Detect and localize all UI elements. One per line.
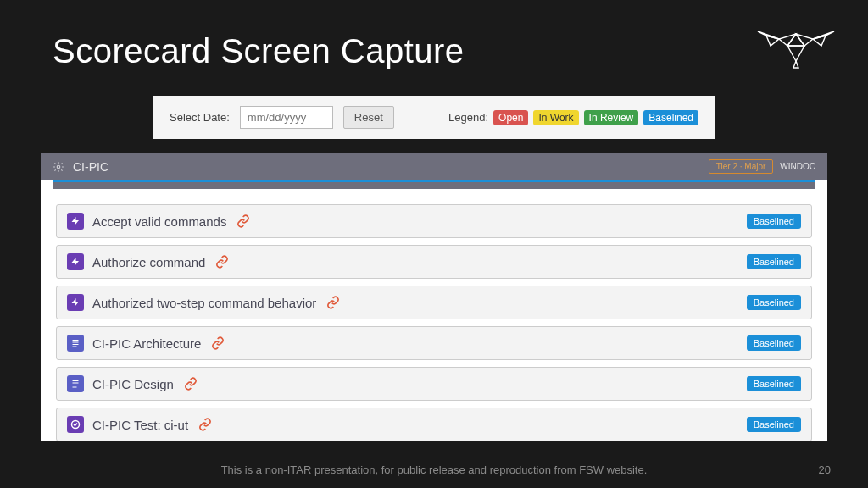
link-icon[interactable] <box>198 418 212 431</box>
panel-header: CI-PIC Tier 2 · Major WINDOC <box>41 152 827 180</box>
footer-text: This is a non-ITAR presentation, for pub… <box>221 463 648 476</box>
svg-rect-11 <box>73 342 79 343</box>
item-label: Authorized two-step command behavior <box>92 296 316 310</box>
legend-badge-in-work: In Work <box>533 110 578 125</box>
item-label: CI-PIC Architecture <box>92 336 201 351</box>
status-badge: Baselined <box>747 417 801 432</box>
legend-badge-open: Open <box>493 110 528 125</box>
legend-badge-in-review: In Review <box>584 110 639 125</box>
bolt-icon <box>67 213 84 230</box>
bolt-icon <box>67 294 84 311</box>
link-icon[interactable] <box>184 377 198 391</box>
select-date-label: Select Date: <box>170 111 230 124</box>
link-icon[interactable] <box>326 296 340 309</box>
svg-rect-12 <box>73 344 79 345</box>
bolt-icon <box>67 253 84 270</box>
slide-title: Scorecard Screen Capture <box>0 0 868 70</box>
tier-badge: Tier 2 · Major <box>709 159 774 174</box>
svg-marker-5 <box>813 36 826 46</box>
status-badge: Baselined <box>747 295 801 310</box>
svg-point-9 <box>57 165 60 169</box>
status-badge: Baselined <box>747 214 801 229</box>
scorecard-panel: CI-PIC Tier 2 · Major WINDOC Accept vali… <box>41 152 827 441</box>
page-number: 20 <box>819 463 831 476</box>
panel-title: CI-PIC <box>73 160 108 174</box>
list-item[interactable]: Authorize commandBaselined <box>56 245 812 279</box>
list-item[interactable]: CI-PIC ArchitectureBaselined <box>56 326 812 360</box>
list-item[interactable]: Authorized two-step command behaviorBase… <box>56 286 812 319</box>
svg-rect-15 <box>73 383 79 384</box>
item-label: CI-PIC Test: ci-ut <box>92 418 188 432</box>
panel-divider <box>53 180 815 189</box>
svg-marker-7 <box>787 46 804 61</box>
list-item[interactable]: Accept valid commandsBaselined <box>56 204 812 238</box>
svg-marker-1 <box>796 34 813 46</box>
item-label: CI-PIC Design <box>92 377 174 391</box>
link-icon[interactable] <box>215 255 229 269</box>
list-item[interactable]: CI-PIC DesignBaselined <box>56 367 812 401</box>
slide-footer: This is a non-ITAR presentation, for pub… <box>0 463 868 476</box>
legend-badge-baselined: Baselined <box>643 110 698 125</box>
gear-icon[interactable] <box>53 161 64 173</box>
status-badge: Baselined <box>747 336 801 351</box>
svg-rect-17 <box>73 387 77 388</box>
list-item[interactable]: CI-PIC Test: ci-utBaselined <box>56 408 812 441</box>
logo-icon <box>749 27 843 75</box>
link-icon[interactable] <box>236 214 250 228</box>
check-icon <box>67 416 84 433</box>
windoc-label: WINDOC <box>780 162 815 171</box>
item-label: Authorize command <box>92 255 205 269</box>
link-icon[interactable] <box>211 336 225 350</box>
reset-button[interactable]: Reset <box>343 106 394 129</box>
legend-label: Legend: <box>448 111 488 124</box>
svg-marker-8 <box>793 61 798 68</box>
svg-rect-13 <box>73 347 77 347</box>
svg-rect-10 <box>73 340 79 341</box>
svg-marker-2 <box>779 34 796 46</box>
status-badge: Baselined <box>747 376 801 391</box>
panel-body: Accept valid commandsBaselinedAuthorize … <box>41 189 827 441</box>
item-label: Accept valid commands <box>92 214 226 229</box>
svg-rect-16 <box>73 385 79 385</box>
doc-icon <box>67 375 84 392</box>
filter-toolbar: Select Date: Reset Legend: Open In Work … <box>153 96 715 139</box>
svg-marker-6 <box>766 36 779 46</box>
doc-icon <box>67 335 84 352</box>
date-input[interactable] <box>240 106 333 129</box>
status-badge: Baselined <box>747 254 801 269</box>
svg-rect-14 <box>73 380 79 381</box>
